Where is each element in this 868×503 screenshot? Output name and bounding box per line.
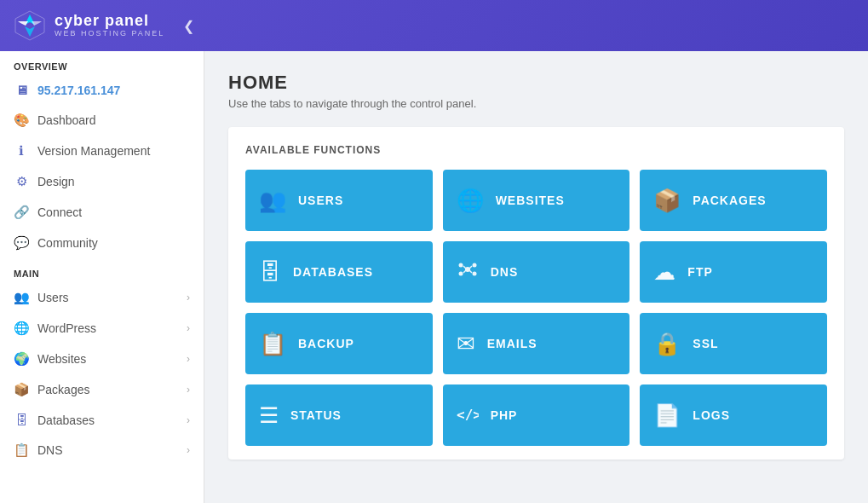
sidebar-websites-label: Websites bbox=[37, 352, 86, 366]
sidebar-item-connect[interactable]: 🔗 Connect bbox=[0, 197, 204, 228]
func-card-status[interactable]: ☰ STATUS bbox=[245, 384, 433, 446]
sidebar-connect-label: Connect bbox=[37, 205, 82, 219]
svg-line-10 bbox=[463, 266, 466, 269]
sidebar-design-label: Design bbox=[37, 175, 75, 188]
functions-label: AVAILABLE FUNCTIONS bbox=[245, 144, 827, 156]
func-card-backup[interactable]: 📋 BACKUP bbox=[245, 313, 433, 374]
dns-icon: 📋 bbox=[14, 442, 29, 458]
sidebar-ip-address[interactable]: 🖥 95.217.161.147 bbox=[0, 75, 204, 105]
sidebar-item-packages[interactable]: 📦 Packages › bbox=[0, 374, 204, 405]
func-packages-label: PACKAGES bbox=[693, 194, 766, 207]
func-websites-icon: 🌐 bbox=[457, 188, 484, 214]
func-logs-icon: 📄 bbox=[653, 402, 681, 429]
overview-section-label: OVERVIEW bbox=[0, 51, 204, 75]
func-emails-label: EMAILS bbox=[487, 337, 537, 350]
func-php-icon: </> bbox=[457, 402, 479, 429]
svg-point-7 bbox=[472, 263, 476, 267]
svg-marker-2 bbox=[25, 26, 35, 37]
logo-title: cyber panel bbox=[55, 13, 164, 30]
sidebar-item-design[interactable]: ⚙ Design bbox=[0, 166, 204, 197]
websites-icon: 🌍 bbox=[14, 351, 29, 367]
svg-point-8 bbox=[458, 271, 463, 275]
svg-text:</>: </> bbox=[457, 407, 479, 423]
svg-point-9 bbox=[472, 271, 476, 275]
func-card-websites[interactable]: 🌐 WEBSITES bbox=[443, 170, 630, 231]
ip-address-text: 95.217.161.147 bbox=[37, 84, 120, 97]
users-arrow-icon: › bbox=[187, 292, 190, 304]
svg-line-13 bbox=[469, 270, 472, 273]
users-icon: 👥 bbox=[14, 290, 29, 305]
main-layout: OVERVIEW 🖥 95.217.161.147 🎨 Dashboard ℹ … bbox=[0, 51, 868, 503]
sidebar-item-dns[interactable]: 📋 DNS › bbox=[0, 435, 204, 465]
logo-text: cyber panel WEB HOSTING PANEL bbox=[55, 13, 164, 38]
logo-subtitle: WEB HOSTING PANEL bbox=[55, 30, 164, 38]
sidebar-item-websites[interactable]: 🌍 Websites › bbox=[0, 344, 204, 374]
databases-arrow-icon: › bbox=[187, 414, 190, 426]
func-databases-label: DATABASES bbox=[293, 265, 373, 279]
svg-line-12 bbox=[463, 270, 466, 273]
svg-marker-3 bbox=[18, 21, 28, 26]
websites-arrow-icon: › bbox=[187, 353, 190, 365]
func-card-users[interactable]: 👥 USERS bbox=[245, 170, 433, 231]
func-databases-icon: 🗄 bbox=[259, 259, 281, 286]
func-status-label: STATUS bbox=[290, 408, 342, 422]
func-emails-icon: ✉ bbox=[457, 331, 475, 357]
func-websites-label: WEBSITES bbox=[496, 194, 565, 207]
cyberpanel-logo bbox=[14, 9, 46, 42]
sidebar-item-wordpress[interactable]: 🌐 WordPress › bbox=[0, 313, 204, 344]
sidebar-databases-label: Databases bbox=[37, 413, 95, 427]
chat-icon: 💬 bbox=[14, 235, 29, 251]
main-section-label: MAIN bbox=[0, 258, 204, 282]
func-card-php[interactable]: </> PHP bbox=[443, 384, 630, 446]
svg-marker-4 bbox=[32, 21, 42, 26]
func-dns-label: DNS bbox=[491, 265, 519, 279]
connect-icon: 🔗 bbox=[14, 205, 29, 220]
dns-arrow-icon: › bbox=[187, 444, 190, 456]
func-card-packages[interactable]: 📦 PACKAGES bbox=[640, 170, 827, 231]
func-card-dns[interactable]: DNS bbox=[443, 241, 630, 303]
dashboard-icon: 🎨 bbox=[14, 113, 29, 128]
sidebar-item-community[interactable]: 💬 Community bbox=[0, 228, 204, 258]
top-header: cyber panel WEB HOSTING PANEL ❮ bbox=[0, 0, 868, 51]
collapse-button[interactable]: ❮ bbox=[183, 18, 194, 34]
functions-grid: 👥 USERS 🌐 WEBSITES 📦 PACKAGES 🗄 DATABASE… bbox=[245, 170, 827, 460]
func-ftp-label: FTP bbox=[687, 265, 712, 279]
page-subtitle: Use the tabs to navigate through the con… bbox=[228, 97, 844, 110]
func-ftp-icon: ☁ bbox=[653, 259, 675, 286]
func-card-databases[interactable]: 🗄 DATABASES bbox=[245, 241, 433, 303]
sidebar-item-databases[interactable]: 🗄 Databases › bbox=[0, 405, 204, 435]
databases-icon: 🗄 bbox=[14, 413, 29, 427]
func-status-icon: ☰ bbox=[259, 402, 279, 429]
func-card-logs[interactable]: 📄 LOGS bbox=[640, 384, 827, 446]
sidebar-item-version-management[interactable]: ℹ Version Management bbox=[0, 136, 204, 166]
svg-point-6 bbox=[458, 263, 463, 267]
wordpress-arrow-icon: › bbox=[187, 322, 190, 334]
wordpress-icon: 🌐 bbox=[14, 321, 29, 336]
logo-area: cyber panel WEB HOSTING PANEL ❮ bbox=[14, 9, 194, 42]
func-dns-icon bbox=[457, 258, 479, 286]
func-card-ssl[interactable]: 🔒 SSL bbox=[640, 313, 827, 374]
func-backup-icon: 📋 bbox=[259, 331, 286, 357]
sidebar: OVERVIEW 🖥 95.217.161.147 🎨 Dashboard ℹ … bbox=[0, 51, 204, 503]
func-php-label: PHP bbox=[491, 408, 518, 422]
func-card-ftp[interactable]: ☁ FTP bbox=[640, 241, 827, 303]
sidebar-version-label: Version Management bbox=[37, 144, 150, 158]
func-users-icon: 👥 bbox=[259, 188, 286, 214]
packages-arrow-icon: › bbox=[187, 384, 190, 396]
sidebar-item-users[interactable]: 👥 Users › bbox=[0, 282, 204, 313]
func-ssl-icon: 🔒 bbox=[653, 331, 681, 357]
gear-icon: ⚙ bbox=[14, 174, 29, 189]
sidebar-community-label: Community bbox=[37, 236, 98, 250]
func-ssl-label: SSL bbox=[693, 337, 718, 350]
packages-icon: 📦 bbox=[14, 382, 29, 397]
info-icon: ℹ bbox=[14, 143, 29, 159]
func-packages-icon: 📦 bbox=[653, 188, 681, 214]
func-users-label: USERS bbox=[298, 194, 343, 207]
sidebar-packages-label: Packages bbox=[37, 383, 89, 396]
sidebar-item-dashboard[interactable]: 🎨 Dashboard bbox=[0, 105, 204, 136]
functions-panel: AVAILABLE FUNCTIONS 👥 USERS 🌐 WEBSITES 📦… bbox=[228, 127, 844, 460]
func-card-emails[interactable]: ✉ EMAILS bbox=[443, 313, 630, 374]
func-backup-label: BACKUP bbox=[298, 337, 354, 350]
sidebar-dashboard-label: Dashboard bbox=[37, 113, 96, 127]
sidebar-wordpress-label: WordPress bbox=[37, 321, 96, 335]
